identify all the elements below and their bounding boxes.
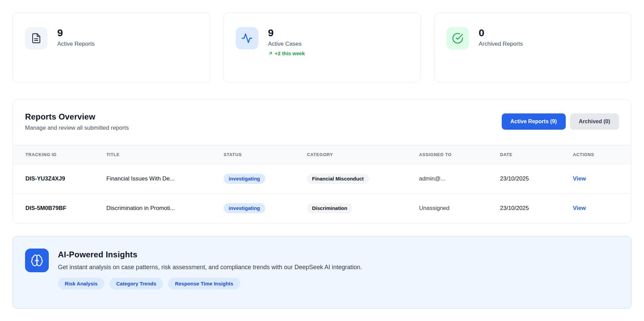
category-cell: Discrimination — [304, 194, 416, 223]
assigned-to-cell: admin@... — [416, 164, 497, 194]
table-header-row: Tracking ID Title Status Category Assign… — [13, 145, 631, 164]
archived-reports-count: 0 — [479, 27, 523, 38]
column-header-assigned-to: Assigned To — [416, 145, 497, 164]
status-badge: investigating — [224, 174, 265, 184]
actions-cell: View — [569, 194, 631, 223]
ai-insights-title: AI-Powered Insights — [58, 250, 362, 259]
tracking-id-cell: DIS-YU3Z4XJ9 — [13, 164, 103, 194]
column-header-title: Title — [103, 145, 220, 164]
activity-icon — [236, 27, 258, 49]
date-cell: 23/10/2025 — [497, 164, 569, 194]
archived-reports-label: Archived Reports — [479, 41, 523, 47]
file-text-icon — [25, 27, 47, 49]
column-header-actions: Actions — [569, 145, 631, 164]
table-row: DIS-YU3Z4XJ9 Financial Issues With De...… — [13, 164, 631, 194]
active-reports-label: Active Reports — [57, 41, 95, 47]
column-header-tracking-id: Tracking ID — [13, 145, 103, 164]
category-badge: Discrimination — [307, 203, 352, 213]
column-header-status: Status — [220, 145, 304, 164]
page-title: Reports Overview — [25, 112, 129, 122]
dashboard-page: 9 Active Reports 9 Active Cases — [0, 0, 644, 321]
tag-risk-analysis[interactable]: Risk Analysis — [58, 278, 104, 290]
tag-category-trends[interactable]: Category Trends — [109, 278, 163, 290]
category-badge: Financial Misconduct — [307, 174, 369, 184]
status-badge: investigating — [224, 203, 265, 213]
title-cell: Discrimination in Promoti... — [103, 194, 220, 223]
title-cell: Financial Issues With De... — [103, 164, 220, 194]
ai-insights-card: AI-Powered Insights Get instant analysis… — [13, 236, 631, 309]
tag-response-time-insights[interactable]: Response Time Insights — [168, 278, 240, 290]
assigned-to-cell: Unassigned — [416, 194, 497, 223]
check-circle-icon — [446, 27, 469, 49]
trend-text: +2 this week — [275, 50, 305, 56]
table-row: DIS-5M0B79BF Discrimination in Promoti..… — [13, 194, 631, 223]
ai-insights-tags: Risk Analysis Category Trends Response T… — [58, 278, 362, 290]
arrow-up-right-icon — [268, 51, 273, 56]
active-cases-label: Active Cases — [268, 41, 305, 47]
status-cell: investigating — [220, 164, 304, 194]
reports-table: Tracking ID Title Status Category Assign… — [13, 145, 631, 223]
view-report-link[interactable]: View — [573, 205, 586, 211]
stat-card-archived-reports: 0 Archived Reports — [434, 13, 631, 82]
reports-panel-header: Reports Overview Manage and review all s… — [13, 100, 631, 145]
category-cell: Financial Misconduct — [304, 164, 416, 194]
stats-row: 9 Active Reports 9 Active Cases — [13, 13, 631, 82]
tab-active-reports[interactable]: Active Reports (9) — [502, 113, 566, 130]
tracking-id-cell: DIS-5M0B79BF — [13, 194, 103, 223]
tab-archived[interactable]: Archived (0) — [570, 113, 619, 130]
active-reports-count: 9 — [57, 27, 95, 38]
column-header-date: Date — [497, 145, 569, 164]
stat-card-active-cases: 9 Active Cases +2 this week — [223, 13, 421, 82]
date-cell: 23/10/2025 — [497, 194, 569, 223]
active-cases-trend: +2 this week — [268, 50, 305, 56]
report-filter-tabs: Active Reports (9) Archived (0) — [502, 113, 619, 130]
active-cases-count: 9 — [268, 27, 305, 38]
view-report-link[interactable]: View — [573, 175, 586, 182]
ai-insights-description: Get instant analysis on case patterns, r… — [58, 264, 362, 271]
stat-card-active-reports: 9 Active Reports — [13, 13, 210, 82]
reports-overview-panel: Reports Overview Manage and review all s… — [13, 100, 631, 223]
page-subtitle: Manage and review all submitted reports — [25, 125, 129, 131]
actions-cell: View — [569, 164, 631, 194]
brain-icon — [25, 249, 49, 272]
column-header-category: Category — [304, 145, 416, 164]
status-cell: investigating — [220, 194, 304, 223]
